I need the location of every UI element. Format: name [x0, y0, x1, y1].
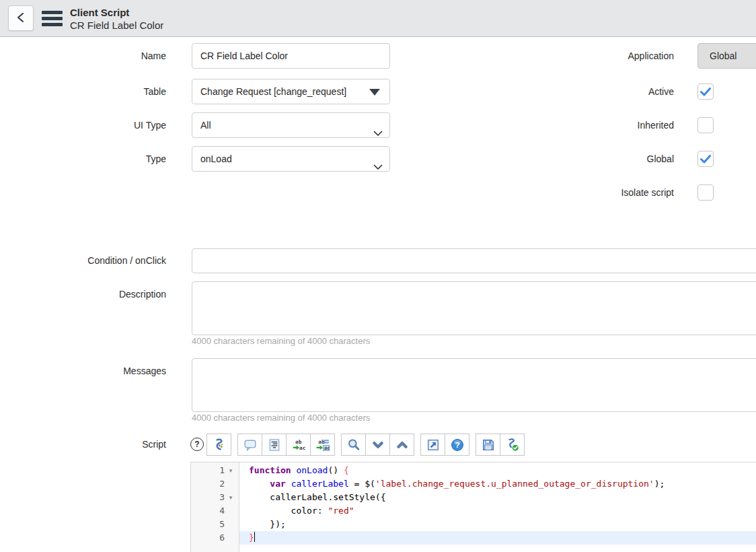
- code-line[interactable]: var callerLabel = $('label.change_reques…: [239, 477, 756, 491]
- condition-input[interactable]: [192, 248, 756, 273]
- type-select[interactable]: onLoad: [192, 146, 390, 172]
- ui-type-select[interactable]: All: [192, 112, 390, 138]
- chevron-left-icon: [16, 11, 26, 26]
- svg-text:ac: ac: [324, 445, 329, 451]
- isolate-script-label: Isolate script: [471, 184, 674, 201]
- line-number: 3: [191, 491, 225, 504]
- line-number: 4: [191, 504, 225, 518]
- find-previous-button[interactable]: [389, 434, 414, 456]
- replace-all-button[interactable]: ab ac: [310, 434, 335, 456]
- messages-textarea[interactable]: [192, 358, 756, 412]
- toggle-comment-button[interactable]: [237, 434, 262, 456]
- svg-text:ac: ac: [299, 445, 305, 451]
- gutter-row: 4▾: [191, 504, 239, 518]
- global-checkbox[interactable]: [697, 151, 714, 167]
- description-textarea[interactable]: [192, 281, 756, 335]
- open-full-screen-button[interactable]: [420, 434, 445, 456]
- global-label: Global: [471, 151, 674, 167]
- text-cursor: [254, 532, 256, 542]
- messages-char-counter: 4000 characters remaining of 4000 charac…: [192, 413, 370, 423]
- replace-all-icon: ab ac: [316, 438, 330, 452]
- record-title: CR Field Label Color: [70, 19, 163, 32]
- description-label: Description: [0, 287, 166, 301]
- svg-text:?: ?: [455, 440, 459, 449]
- condition-label: Condition / onClick: [0, 248, 166, 273]
- line-number: 6: [191, 531, 225, 545]
- active-checkbox[interactable]: [697, 83, 714, 100]
- name-label: Name: [0, 43, 166, 69]
- script-editor-icon: [213, 438, 226, 452]
- chevron-down-icon: [371, 438, 385, 452]
- chevron-down-icon: [373, 155, 383, 179]
- script-editor-button[interactable]: [206, 434, 231, 456]
- code-line[interactable]: color: "red": [239, 504, 756, 518]
- check-icon: [700, 88, 711, 96]
- check-icon: [700, 155, 711, 164]
- gutter-row: 2▾: [191, 477, 239, 491]
- client-script-form: Client Script CR Field Label Color Name …: [0, 0, 756, 552]
- fold-arrow-icon[interactable]: ▾: [225, 491, 237, 504]
- gutter-row: 5▾: [191, 518, 239, 531]
- application-field: Global: [697, 43, 756, 69]
- editor-code-area[interactable]: function onLoad() { var callerLabel = $(…: [239, 462, 756, 552]
- line-number: 2: [191, 477, 225, 491]
- svg-text:ab: ab: [318, 439, 325, 445]
- dropdown-triangle-icon: [369, 89, 380, 96]
- application-label: Application: [471, 43, 674, 69]
- active-label: Active: [471, 83, 674, 100]
- isolate-script-checkbox[interactable]: [697, 184, 714, 201]
- script-code-editor[interactable]: 1▾2▾3▾4▾5▾6▾ function onLoad() { var cal…: [190, 462, 756, 552]
- editor-help-button[interactable]: ?: [445, 434, 469, 456]
- line-number: 5: [191, 518, 225, 531]
- ui-type-select-value: All: [200, 120, 211, 131]
- script-editor-toolbar: ab ac ab ac: [206, 434, 525, 456]
- comment-bubble-icon: [243, 438, 257, 452]
- popout-arrow-icon: [426, 438, 440, 452]
- type-label: Type: [0, 146, 166, 172]
- syntax-check-icon: [506, 438, 519, 452]
- search-icon: [347, 438, 361, 452]
- gutter-row: 1▾: [191, 464, 239, 477]
- script-field-help-icon[interactable]: ?: [190, 438, 204, 451]
- inherited-label: Inherited: [471, 117, 674, 133]
- script-label: Script: [0, 434, 166, 456]
- code-line[interactable]: callerLabel.setStyle({: [239, 491, 756, 504]
- replace-button[interactable]: ab ac: [286, 434, 311, 456]
- save-script-button[interactable]: [476, 434, 500, 456]
- form-header: Client Script CR Field Label Color: [0, 0, 756, 37]
- name-input[interactable]: [192, 43, 390, 69]
- gutter-row: 6▾: [191, 531, 239, 545]
- code-line[interactable]: }: [239, 531, 756, 545]
- inherited-checkbox[interactable]: [697, 117, 714, 133]
- context-menu-icon[interactable]: [42, 11, 63, 29]
- chevron-up-icon: [395, 438, 409, 452]
- save-floppy-icon: [482, 438, 495, 452]
- syntax-check-button[interactable]: [500, 434, 525, 456]
- gutter-row: 3▾: [191, 491, 239, 504]
- format-code-button[interactable]: [262, 434, 287, 456]
- code-line[interactable]: });: [239, 518, 756, 531]
- svg-text:ab: ab: [295, 439, 302, 445]
- page-title: Client Script: [70, 6, 163, 19]
- format-lines-icon: [268, 438, 281, 452]
- ui-type-label: UI Type: [0, 112, 166, 138]
- table-label: Table: [0, 79, 166, 104]
- line-number: 1: [191, 464, 225, 477]
- type-select-value: onLoad: [200, 153, 232, 164]
- help-icon: ?: [451, 438, 464, 452]
- chevron-down-icon: [373, 121, 383, 145]
- find-next-button[interactable]: [365, 434, 390, 456]
- fold-arrow-icon[interactable]: ▾: [225, 464, 237, 477]
- description-char-counter: 4000 characters remaining of 4000 charac…: [192, 336, 370, 346]
- search-button[interactable]: [341, 434, 366, 456]
- editor-gutter: 1▾2▾3▾4▾5▾6▾: [191, 462, 239, 552]
- messages-label: Messages: [0, 364, 166, 378]
- code-line[interactable]: function onLoad() {: [239, 464, 756, 477]
- table-select-value: Change Request [change_request]: [200, 86, 346, 97]
- replace-icon: ab ac: [292, 438, 305, 452]
- table-select[interactable]: Change Request [change_request]: [192, 79, 390, 104]
- back-button[interactable]: [8, 5, 34, 31]
